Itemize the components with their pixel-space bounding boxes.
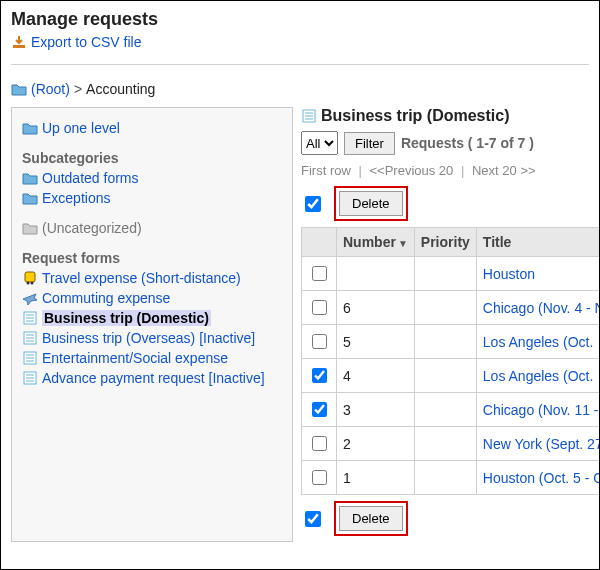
subcategories-heading: Subcategories (22, 150, 282, 166)
pager-first: First row (301, 163, 351, 178)
pager-next: Next 20 >> (472, 163, 536, 178)
table-row: Houston (302, 257, 600, 291)
delete-button-top[interactable]: Delete (339, 191, 403, 216)
request-form-link[interactable]: Commuting expense (42, 290, 170, 306)
row-checkbox[interactable] (312, 402, 327, 417)
table-row: 2New York (Sept. 27 (302, 427, 600, 461)
breadcrumb-current: Accounting (86, 81, 155, 97)
filter-select[interactable]: All (301, 131, 338, 155)
divider (11, 64, 589, 65)
folder-icon (11, 81, 27, 97)
cell-priority (414, 325, 476, 359)
cell-title: Los Angeles (Oct. (476, 359, 599, 393)
filter-button[interactable]: Filter (344, 132, 395, 155)
col-checkbox (302, 228, 337, 257)
plane-icon (22, 290, 38, 306)
request-title-link[interactable]: New York (Sept. 27 (483, 436, 599, 452)
table-row: 3Chicago (Nov. 11 - (302, 393, 600, 427)
cell-title: Houston (476, 257, 599, 291)
export-csv-link[interactable]: Export to CSV file (31, 34, 142, 50)
cell-priority (414, 427, 476, 461)
folder-icon (22, 190, 38, 206)
request-forms-heading: Request forms (22, 250, 282, 266)
breadcrumb-root[interactable]: (Root) (31, 81, 70, 97)
cell-title: Los Angeles (Oct. (476, 325, 599, 359)
page-title: Manage requests (11, 9, 589, 30)
delete-highlight-bottom: Delete (334, 501, 408, 536)
requests-table: Number▼ Priority Title Houston6Chicago (… (301, 227, 599, 495)
request-title-link[interactable]: Houston (483, 266, 535, 282)
form-icon (22, 330, 38, 346)
cell-title: Houston (Oct. 5 - O (476, 461, 599, 495)
cell-priority (414, 257, 476, 291)
row-checkbox[interactable] (312, 470, 327, 485)
request-title-link[interactable]: Los Angeles (Oct. (483, 368, 594, 384)
cell-priority (414, 393, 476, 427)
delete-highlight-top: Delete (334, 186, 408, 221)
request-form-link[interactable]: Business trip (Domestic) (42, 310, 211, 326)
request-form-link[interactable]: Advance payment request [Inactive] (42, 370, 265, 386)
request-title-link[interactable]: Chicago (Nov. 11 - (483, 402, 599, 418)
subcategory-link[interactable]: Outdated forms (42, 170, 139, 186)
breadcrumb: (Root) > Accounting (1, 75, 599, 107)
request-form-link[interactable]: Entertainment/Social expense (42, 350, 228, 366)
cell-number: 4 (337, 359, 415, 393)
form-icon (301, 108, 317, 124)
form-icon (22, 370, 38, 386)
cell-priority (414, 291, 476, 325)
uncategorized-link[interactable]: (Uncategorized) (42, 220, 142, 236)
up-one-level-link[interactable]: Up one level (42, 120, 120, 136)
form-icon (22, 350, 38, 366)
cell-priority (414, 461, 476, 495)
folder-icon (22, 170, 38, 186)
row-checkbox[interactable] (312, 300, 327, 315)
request-title-link[interactable]: Los Angeles (Oct. (483, 334, 594, 350)
right-title: Business trip (Domestic) (321, 107, 509, 125)
col-priority[interactable]: Priority (414, 228, 476, 257)
cell-title: Chicago (Nov. 11 - (476, 393, 599, 427)
subcategory-link[interactable]: Exceptions (42, 190, 110, 206)
table-row: 4Los Angeles (Oct. (302, 359, 600, 393)
col-number[interactable]: Number▼ (337, 228, 415, 257)
sort-desc-icon: ▼ (398, 238, 408, 249)
select-all-bottom-checkbox[interactable] (305, 511, 321, 527)
folder-grey-icon (22, 220, 38, 236)
request-title-link[interactable]: Chicago (Nov. 4 - N (483, 300, 599, 316)
breadcrumb-sep: > (74, 81, 82, 97)
request-count: Requests ( 1-7 of 7 ) (401, 135, 534, 151)
cell-number: 5 (337, 325, 415, 359)
table-row: 5Los Angeles (Oct. (302, 325, 600, 359)
col-title[interactable]: Title (476, 228, 599, 257)
export-icon (11, 34, 27, 50)
left-panel: Up one level Subcategories Outdated form… (11, 107, 293, 542)
select-all-top-checkbox[interactable] (305, 196, 321, 212)
table-row: 1Houston (Oct. 5 - O (302, 461, 600, 495)
right-panel: Business trip (Domestic) All Filter Requ… (293, 107, 599, 542)
cell-title: New York (Sept. 27 (476, 427, 599, 461)
cell-number: 6 (337, 291, 415, 325)
row-checkbox[interactable] (312, 368, 327, 383)
cell-priority (414, 359, 476, 393)
request-form-link[interactable]: Business trip (Overseas) [Inactive] (42, 330, 255, 346)
row-checkbox[interactable] (312, 334, 327, 349)
folder-icon (22, 120, 38, 136)
delete-button-bottom[interactable]: Delete (339, 506, 403, 531)
row-checkbox[interactable] (312, 436, 327, 451)
train-icon (22, 270, 38, 286)
cell-number: 1 (337, 461, 415, 495)
cell-number (337, 257, 415, 291)
form-icon (22, 310, 38, 326)
row-checkbox[interactable] (312, 266, 327, 281)
request-title-link[interactable]: Houston (Oct. 5 - O (483, 470, 599, 486)
request-form-link[interactable]: Travel expense (Short-distance) (42, 270, 241, 286)
cell-title: Chicago (Nov. 4 - N (476, 291, 599, 325)
cell-number: 2 (337, 427, 415, 461)
pager: First row | <<Previous 20 | Next 20 >> (301, 163, 599, 178)
table-row: 6Chicago (Nov. 4 - N (302, 291, 600, 325)
pager-prev: <<Previous 20 (369, 163, 453, 178)
cell-number: 3 (337, 393, 415, 427)
